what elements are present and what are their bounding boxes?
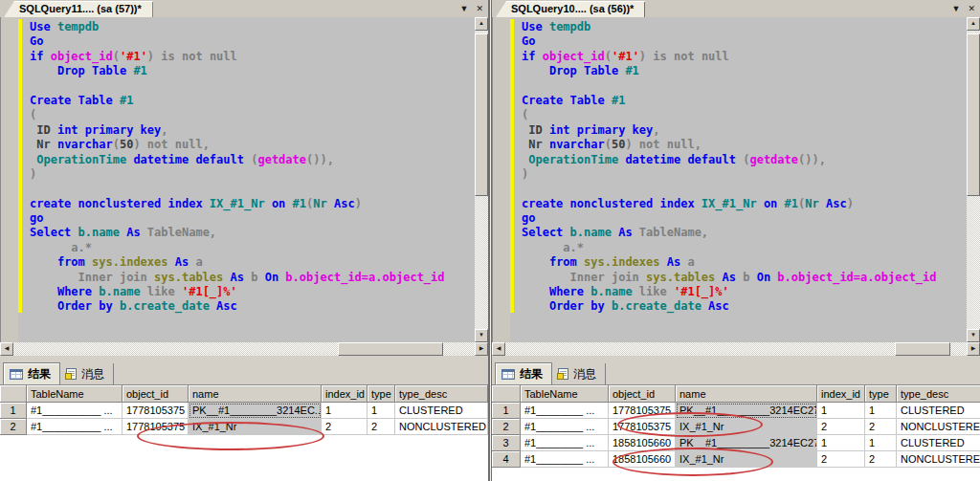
grid-cell[interactable]: 2	[865, 419, 897, 435]
column-header[interactable]: TableName	[27, 385, 122, 403]
scroll-right-icon[interactable]: ▶	[967, 342, 980, 356]
grid-cell[interactable]: 1778105375	[609, 403, 676, 419]
sql-code[interactable]: Use tempdbGoif object_id('#1') is not nu…	[30, 20, 445, 315]
document-tab[interactable]: SQLQuery10.... (sa (56))*	[496, 1, 645, 17]
grid-cell[interactable]: #1________ ...	[521, 451, 609, 468]
grid-cell[interactable]: CLUSTERED	[897, 435, 980, 451]
tab-results[interactable]: 结果	[495, 362, 552, 384]
column-header[interactable]: object_id	[609, 385, 676, 403]
grid-cell[interactable]: #1________ ...	[521, 419, 609, 435]
horizontal-scrollbar[interactable]: ◀ ▶	[0, 342, 488, 356]
horizontal-scrollbar[interactable]: ◀ ▶	[492, 342, 980, 356]
sql-code[interactable]: Use tempdbGoif object_id('#1') is not nu…	[522, 20, 937, 315]
grid-cell[interactable]: NONCLUSTERED	[395, 419, 488, 435]
scroll-up-icon[interactable]: ▲	[967, 17, 980, 31]
scroll-left-icon[interactable]: ◀	[492, 342, 505, 356]
row-header[interactable]: 3	[492, 435, 521, 451]
grid-cell[interactable]: 1	[368, 403, 395, 419]
grid-cell[interactable]: 1778105375	[122, 419, 189, 435]
code-token: '#1'	[612, 50, 639, 63]
vertical-scrollbar[interactable]: ▲ ▼	[475, 17, 488, 342]
grid-cell[interactable]: 1	[817, 403, 865, 419]
code-line: (	[522, 108, 937, 122]
code-line: Where b.name like '#1[_]%'	[522, 285, 937, 299]
grid-cell[interactable]: #1__________ ...	[27, 419, 122, 435]
grid-cell[interactable]: 2	[865, 451, 897, 468]
grid-corner[interactable]	[492, 385, 521, 403]
grid-cell[interactable]: 2	[817, 419, 865, 435]
scroll-down-icon[interactable]: ▼	[967, 329, 980, 342]
grid-cell[interactable]: CLUSTERED	[395, 403, 488, 419]
column-header[interactable]: type_desc	[897, 385, 980, 403]
tab-results[interactable]: 结果	[3, 362, 60, 384]
code-token: TableName,	[147, 226, 216, 239]
column-header[interactable]: type	[368, 385, 395, 403]
grid-cell[interactable]: CLUSTERED	[897, 403, 980, 419]
grid-cell[interactable]: 1	[865, 403, 897, 419]
scroll-right-icon[interactable]: ▶	[475, 342, 488, 356]
tab-messages[interactable]: 消息	[60, 363, 114, 384]
scroll-left-icon[interactable]: ◀	[0, 342, 13, 356]
column-header[interactable]: object_id	[122, 385, 189, 403]
grid-cell[interactable]: NONCLUSTERED	[897, 419, 980, 435]
horizontal-scroll-thumb[interactable]	[895, 342, 950, 356]
column-header[interactable]: name	[676, 385, 817, 403]
vertical-scroll-thumb[interactable]	[967, 33, 980, 196]
sql-editor[interactable]: Use tempdbGoif object_id('#1') is not nu…	[0, 17, 488, 342]
grid-cell[interactable]: #1__________ ...	[27, 403, 122, 419]
code-token: on	[764, 197, 785, 210]
vertical-scroll-thumb[interactable]	[475, 33, 488, 196]
grid-cell[interactable]: IX_#1_Nr	[676, 419, 817, 435]
grid-cell[interactable]: PK__#1_________3214EC276B...	[676, 403, 817, 419]
column-header[interactable]: index_id	[817, 385, 865, 403]
grid-cell[interactable]: #1________ ...	[521, 435, 609, 451]
grid-cell[interactable]: NONCLUSTERED	[897, 451, 980, 468]
grid-cell[interactable]: 1	[865, 435, 897, 451]
vertical-scrollbar[interactable]: ▲ ▼	[967, 17, 980, 342]
column-header[interactable]: type	[865, 385, 897, 403]
grid-cell[interactable]: PK__#1_________3214EC2770...	[676, 435, 817, 451]
column-header[interactable]: type_desc	[395, 385, 488, 403]
column-header[interactable]: TableName	[521, 385, 609, 403]
grid-cell[interactable]: #1________ ...	[521, 403, 609, 419]
tab-close-icon[interactable]: ✕	[476, 3, 483, 14]
row-header[interactable]: 2	[492, 419, 521, 435]
row-header[interactable]: 1	[0, 403, 27, 419]
tab-messages[interactable]: 消息	[552, 363, 606, 384]
tab-close-icon[interactable]: ✕	[968, 3, 975, 14]
code-token: Where	[57, 285, 99, 298]
grid-corner[interactable]	[0, 385, 27, 403]
tab-list-dropdown-icon[interactable]: ▼	[952, 3, 961, 14]
grid-cell[interactable]: 1778105375	[609, 419, 676, 435]
editor-selection-margin	[493, 17, 510, 342]
sql-editor[interactable]: Use tempdbGoif object_id('#1') is not nu…	[492, 17, 980, 342]
code-line: ID int primary key,	[522, 123, 937, 138]
column-header[interactable]: name	[189, 385, 322, 403]
row-header[interactable]: 2	[0, 419, 27, 435]
horizontal-scroll-thumb[interactable]	[338, 342, 443, 356]
scroll-up-icon[interactable]: ▲	[475, 17, 488, 31]
grid-cell[interactable]: 1778105375	[122, 403, 189, 419]
grid-cell[interactable]: IX_#1_Nr	[189, 419, 322, 435]
tab-list-dropdown-icon[interactable]: ▼	[460, 3, 469, 14]
grid-cell[interactable]: IX_#1_Nr	[676, 451, 817, 468]
scroll-down-icon[interactable]: ▼	[475, 329, 488, 342]
code-token: #1	[785, 197, 798, 210]
document-tab[interactable]: SQLQuery11.... (sa (57))*	[4, 1, 153, 17]
column-header[interactable]: index_id	[322, 385, 368, 403]
ssms-workspace: { "colors": { "chrome": "#d4d0c8", "edit…	[0, 0, 980, 481]
grid-cell[interactable]: 2	[817, 451, 865, 468]
code-token: Use	[30, 20, 57, 33]
code-token: Inner join	[30, 271, 154, 284]
grid-cell[interactable]: PK__#1________3214EC...	[189, 403, 322, 419]
grid-cell[interactable]: 1858105660	[609, 451, 676, 468]
code-token: #1	[625, 64, 638, 77]
grid-cell[interactable]: 1	[322, 403, 368, 419]
code-token: ,	[653, 123, 659, 137]
row-header[interactable]: 1	[492, 403, 521, 419]
grid-cell[interactable]: 1858105660	[609, 435, 676, 451]
row-header[interactable]: 4	[492, 451, 521, 468]
grid-cell[interactable]: 1	[817, 435, 865, 451]
grid-cell[interactable]: 2	[368, 419, 395, 435]
grid-cell[interactable]: 2	[322, 419, 368, 435]
